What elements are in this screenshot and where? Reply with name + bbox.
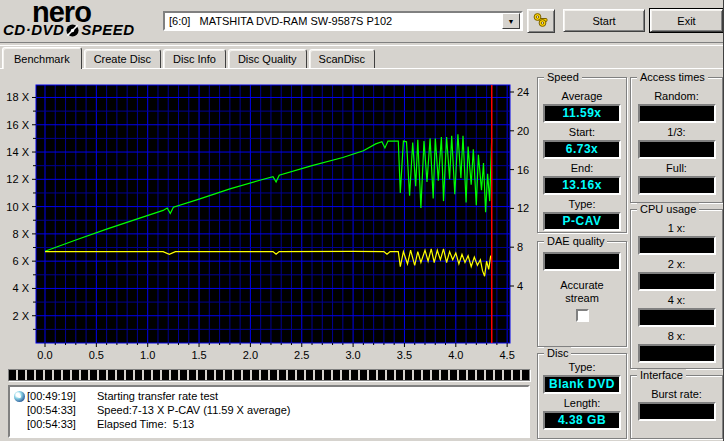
log-line: [00:54:33] Speed:7-13 X P-CAV (11.59 X a… <box>12 403 526 417</box>
cpu-2x-label: 2 x: <box>668 258 686 271</box>
interface-panel-title: Interface <box>637 369 686 381</box>
svg-text:3.0: 3.0 <box>345 349 360 361</box>
disc-logo-icon <box>66 23 79 36</box>
speed-panel: Speed Average 11.59x Start: 6.73x End: 1… <box>537 77 627 233</box>
full-value <box>638 176 716 195</box>
interface-panel: Interface Burst rate: <box>630 375 723 439</box>
accurate-stream-checkbox[interactable] <box>576 309 589 322</box>
drive-selector-value: [6:0] MATSHITA DVD-RAM SW-9587S P102 <box>165 15 502 27</box>
svg-text:1.5: 1.5 <box>191 349 206 361</box>
exit-button[interactable]: Exit <box>650 9 723 32</box>
svg-text:10 X: 10 X <box>6 201 29 213</box>
drive-selector[interactable]: [6:0] MATSHITA DVD-RAM SW-9587S P102 ▼ <box>163 11 523 31</box>
tab-disc-info[interactable]: Disc Info <box>163 49 226 68</box>
cd-log-icon <box>14 391 25 402</box>
tab-scandisc[interactable]: ScanDisc <box>309 49 375 68</box>
benchmark-tab-page: 2 X4 X6 X8 X10 X12 X14 X16 X18 X0.00.51.… <box>0 68 724 441</box>
type-label: Type: <box>569 198 596 211</box>
tab-benchmark[interactable]: Benchmark <box>2 47 82 69</box>
cpu-8x-label: 8 x: <box>668 330 686 343</box>
svg-text:16 X: 16 X <box>6 119 29 131</box>
disc-panel: Disc Type: Blank DVD Length: 4.38 GB <box>537 353 627 439</box>
access-times-panel: Access times Random: 1/3: Full: <box>630 77 723 203</box>
svg-text:12: 12 <box>517 202 529 214</box>
dropdown-arrow-icon[interactable]: ▼ <box>502 13 520 29</box>
dae-quality-title: DAE quality <box>544 235 607 247</box>
log-message: Speed:7-13 X P-CAV (11.59 X average) <box>97 404 290 416</box>
end-value: 13.16x <box>543 176 621 195</box>
svg-text:4.5: 4.5 <box>500 349 515 361</box>
end-label: End: <box>571 162 594 175</box>
disc-type-label: Type: <box>569 361 596 374</box>
random-value <box>638 104 716 123</box>
cpu-1x-label: 1 x: <box>668 222 686 235</box>
disc-length-value: 4.38 GB <box>543 411 621 430</box>
one-third-value <box>638 140 716 159</box>
log-line: [00:49:19] Starting transfer rate test <box>12 389 526 403</box>
logo-tagline-right: SPEED <box>81 21 134 38</box>
cpu-1x-value <box>638 236 716 255</box>
disc-type-value: Blank DVD <box>543 375 621 394</box>
full-label: Full: <box>666 162 687 175</box>
svg-text:8 X: 8 X <box>12 228 29 240</box>
disc-length-label: Length: <box>564 397 601 410</box>
benchmark-chart: 2 X4 X6 X8 X10 X12 X14 X16 X18 X0.00.51.… <box>6 75 530 369</box>
svg-text:24: 24 <box>517 86 529 98</box>
svg-text:0.5: 0.5 <box>89 349 104 361</box>
svg-text:6 X: 6 X <box>12 255 29 267</box>
nero-logo-tagline: CD·DVD SPEED <box>3 21 135 38</box>
log-timestamp: [00:49:19] <box>27 390 83 402</box>
disc-panel-title: Disc <box>544 347 571 359</box>
keys-icon <box>532 12 550 30</box>
svg-text:4.0: 4.0 <box>448 349 463 361</box>
cpu-4x-label: 4 x: <box>668 294 686 307</box>
burst-rate-label: Burst rate: <box>651 388 702 401</box>
random-label: Random: <box>654 90 699 103</box>
cpu-usage-panel: CPU usage 1 x: 2 x: 4 x: 8 x: <box>630 209 723 369</box>
average-value: 11.59x <box>543 104 621 123</box>
dae-quality-panel: DAE quality Accurate stream <box>537 241 627 347</box>
tab-disc-quality[interactable]: Disc Quality <box>228 49 307 68</box>
svg-text:0.0: 0.0 <box>37 349 52 361</box>
tab-create-disc[interactable]: Create Disc <box>84 49 161 68</box>
cpu-2x-value <box>638 272 716 291</box>
svg-text:16: 16 <box>517 164 529 176</box>
nero-cd-dvd-speed-window: nero CD·DVD SPEED [6:0] MATSHITA DVD-RAM… <box>0 0 724 441</box>
svg-text:4: 4 <box>517 280 523 292</box>
log-timestamp: [00:54:33] <box>27 404 83 416</box>
svg-text:2.5: 2.5 <box>294 349 309 361</box>
progress-bar <box>8 369 530 381</box>
svg-text:18 X: 18 X <box>6 91 29 103</box>
eject-tools-button[interactable] <box>527 9 555 33</box>
status-log: [00:49:19] Starting transfer rate test [… <box>8 385 530 438</box>
svg-text:20: 20 <box>517 125 529 137</box>
burst-rate-value <box>638 402 716 421</box>
cpu-8x-value <box>638 344 716 363</box>
one-third-label: 1/3: <box>667 126 685 139</box>
start-label: Start: <box>569 126 595 139</box>
type-value: P-CAV <box>543 212 621 231</box>
access-times-title: Access times <box>637 71 708 83</box>
start-button[interactable]: Start <box>563 9 645 32</box>
log-message: Starting transfer rate test <box>97 390 218 402</box>
svg-text:14 X: 14 X <box>6 146 29 158</box>
svg-text:4 X: 4 X <box>12 282 29 294</box>
log-timestamp: [00:54:33] <box>27 418 83 430</box>
svg-text:8: 8 <box>517 241 523 253</box>
start-value: 6.73x <box>543 140 621 159</box>
svg-text:1.0: 1.0 <box>140 349 155 361</box>
svg-text:12 X: 12 X <box>6 173 29 185</box>
log-line: [00:54:33] Elapsed Time: 5:13 <box>12 417 526 431</box>
svg-text:2.0: 2.0 <box>243 349 258 361</box>
accurate-stream-label: Accurate stream <box>554 279 610 305</box>
dae-quality-value <box>543 252 621 271</box>
cpu-4x-value <box>638 308 716 327</box>
logo-tagline-left: CD·DVD <box>3 21 64 38</box>
log-message: Elapsed Time: 5:13 <box>97 418 194 430</box>
speed-panel-title: Speed <box>544 71 582 83</box>
svg-text:3.5: 3.5 <box>397 349 412 361</box>
average-label: Average <box>562 90 603 103</box>
cpu-usage-title: CPU usage <box>637 203 699 215</box>
tab-bar: Benchmark Create Disc Disc Info Disc Qua… <box>2 48 377 68</box>
svg-text:2 X: 2 X <box>12 310 29 322</box>
